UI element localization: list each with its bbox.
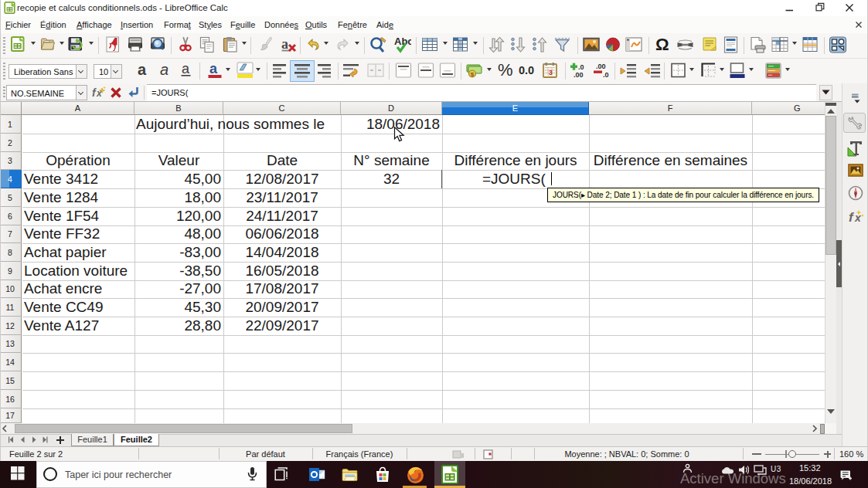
- svg-text:a: a: [160, 62, 168, 78]
- svg-text:.0: .0: [578, 63, 584, 71]
- svg-text:x: x: [854, 212, 862, 224]
- svg-text:Abc: Abc: [394, 36, 411, 47]
- svg-text:3: 3: [549, 69, 553, 76]
- svg-text:Ω: Ω: [655, 36, 669, 53]
- svg-text:a: a: [281, 36, 288, 52]
- svg-text:.00: .00: [574, 71, 584, 79]
- svg-text:%: %: [498, 62, 513, 80]
- svg-text:a: a: [138, 62, 147, 78]
- svg-text:f: f: [849, 210, 855, 225]
- svg-text:.0: .0: [603, 71, 609, 79]
- svg-text:a: a: [209, 62, 218, 76]
- svg-text:.00: .00: [596, 63, 606, 70]
- svg-text:$: $: [471, 71, 475, 78]
- svg-text:a: a: [182, 62, 190, 76]
- svg-text:0.0: 0.0: [519, 64, 534, 76]
